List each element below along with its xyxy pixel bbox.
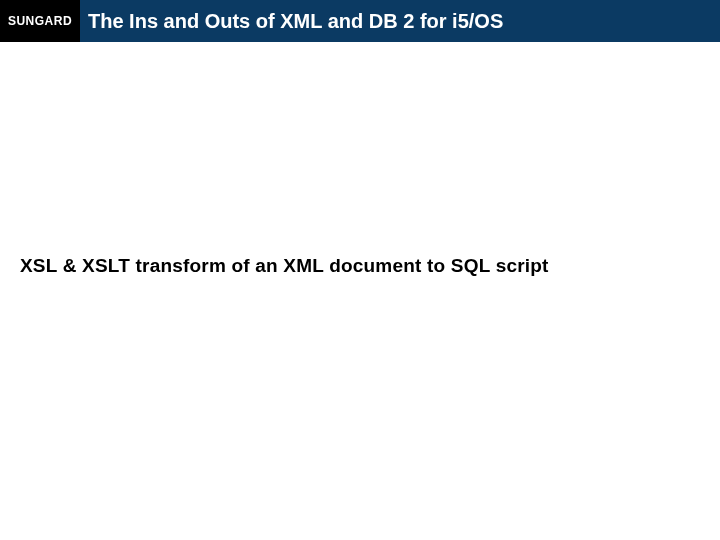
body-heading: XSL & XSLT transform of an XML document …	[20, 255, 549, 277]
slide: SUNGARD The Ins and Outs of XML and DB 2…	[0, 0, 720, 540]
slide-title: The Ins and Outs of XML and DB 2 for i5/…	[88, 10, 503, 33]
logo: SUNGARD	[0, 0, 80, 42]
header-bar: SUNGARD The Ins and Outs of XML and DB 2…	[0, 0, 720, 42]
